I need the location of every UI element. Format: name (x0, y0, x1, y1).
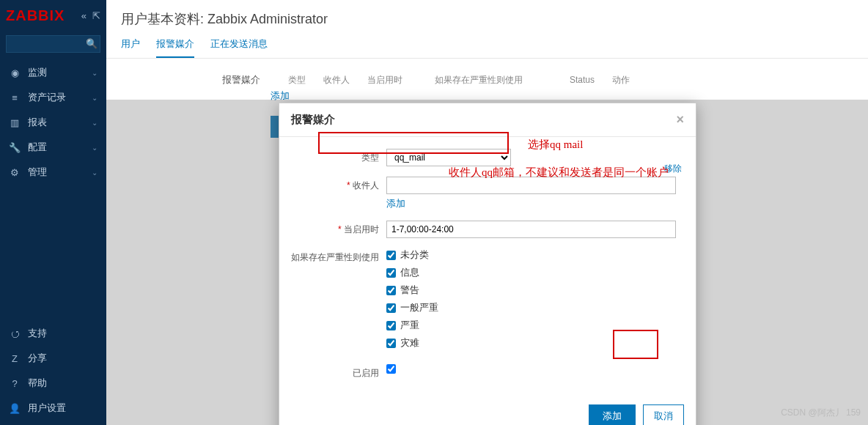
sev-5[interactable]: 灾难 (386, 336, 684, 350)
label-when-active: 当启用时 (291, 221, 386, 236)
nav-admin[interactable]: ⚙管理⌄ (0, 160, 106, 185)
media-modal: 报警媒介 × 类型 qq_mail 收件人 添加 当启用时 如果存在严重性则使用… (279, 103, 696, 425)
wrench-icon: 🔧 (9, 142, 21, 153)
media-section-label: 报警媒介 (216, 73, 260, 86)
page-title: 用户基本资料: Zabbix Administrator (106, 0, 868, 35)
tab-messages[interactable]: 正在发送消息 (210, 37, 268, 58)
add-recipient-link[interactable]: 添加 (386, 197, 405, 210)
chevron-down-icon: ⌄ (92, 169, 98, 177)
logo-row: ZABBIX « ⇱ (0, 0, 106, 31)
main-nav: ◉监测⌄ ≡资产记录⌄ ▥报表⌄ 🔧配置⌄ ⚙管理⌄ (0, 60, 106, 185)
sev-1[interactable]: 信息 (386, 266, 684, 279)
chevron-down-icon: ⌄ (92, 94, 98, 102)
label-recipient: 收件人 (291, 177, 386, 192)
sidebar: ZABBIX « ⇱ 🔍 ◉监测⌄ ≡资产记录⌄ ▥报表⌄ 🔧配置⌄ ⚙管理⌄ … (0, 0, 106, 425)
sev-0[interactable]: 未分类 (386, 248, 684, 262)
list-icon: ≡ (9, 92, 21, 103)
nav-support[interactable]: ⭯支持 (0, 321, 106, 346)
collapse-icon[interactable]: « (81, 10, 87, 21)
ok-button[interactable]: 添加 (589, 404, 636, 425)
share-icon: Z (9, 353, 21, 364)
col-severity: 如果存在严重性则使用 (435, 74, 523, 86)
label-severity: 如果存在严重性则使用 (291, 248, 386, 264)
sev-1-checkbox[interactable] (386, 268, 396, 278)
nav-monitoring[interactable]: ◉监测⌄ (0, 60, 106, 85)
sev-4-checkbox[interactable] (386, 321, 396, 330)
severity-list: 未分类 信息 警告 一般严重 严重 灾难 (386, 248, 684, 354)
col-when: 当启用时 (367, 74, 402, 86)
when-active-input[interactable] (386, 221, 676, 238)
sev-3[interactable]: 一般严重 (386, 301, 684, 314)
modal-title: 报警媒介 (291, 113, 335, 127)
sev-5-checkbox[interactable] (386, 339, 396, 348)
recipient-input[interactable] (386, 177, 676, 194)
bottom-nav: ⭯支持 Z分享 ?帮助 👤用户设置 (0, 321, 106, 425)
close-icon[interactable]: × (676, 112, 684, 128)
nav-reports[interactable]: ▥报表⌄ (0, 110, 106, 135)
enabled-checkbox[interactable] (386, 364, 396, 374)
chevron-down-icon: ⌄ (92, 69, 98, 77)
sev-0-checkbox[interactable] (386, 251, 396, 260)
tabs: 用户 报警媒介 正在发送消息 (106, 35, 868, 59)
nav-inventory[interactable]: ≡资产记录⌄ (0, 85, 106, 110)
label-enabled: 已启用 (291, 364, 386, 380)
headset-icon: ⭯ (9, 328, 21, 339)
col-type: 类型 (288, 74, 306, 86)
nav-config[interactable]: 🔧配置⌄ (0, 135, 106, 160)
eye-icon: ◉ (9, 67, 21, 78)
user-icon: 👤 (9, 403, 21, 414)
col-status: Status (570, 75, 595, 85)
nav-user-settings[interactable]: 👤用户设置 (0, 396, 106, 421)
chevron-down-icon: ⌄ (92, 119, 98, 127)
nav-share[interactable]: Z分享 (0, 346, 106, 371)
chevron-down-icon: ⌄ (92, 144, 98, 152)
popout-icon[interactable]: ⇱ (92, 10, 100, 21)
sev-2[interactable]: 警告 (386, 284, 684, 297)
search-icon[interactable]: 🔍 (86, 38, 98, 49)
label-type: 类型 (291, 149, 386, 164)
watermark: CSDN @阿杰丿 159 (781, 407, 861, 419)
type-select[interactable]: qq_mail (386, 149, 511, 166)
chart-icon: ▥ (9, 117, 21, 128)
tab-user[interactable]: 用户 (121, 37, 140, 58)
col-action: 动作 (612, 74, 630, 86)
remove-recipient-link[interactable]: 移除 (664, 163, 682, 175)
logo[interactable]: ZABBIX (6, 7, 65, 24)
tab-media[interactable]: 报警媒介 (156, 37, 194, 58)
sev-3-checkbox[interactable] (386, 303, 396, 313)
cancel-button[interactable]: 取消 (643, 404, 684, 425)
question-icon: ? (9, 378, 21, 389)
col-recipient: 收件人 (323, 74, 350, 86)
nav-help[interactable]: ?帮助 (0, 371, 106, 396)
sev-2-checkbox[interactable] (386, 286, 396, 295)
sev-4[interactable]: 严重 (386, 319, 684, 332)
gear-icon: ⚙ (9, 167, 21, 178)
